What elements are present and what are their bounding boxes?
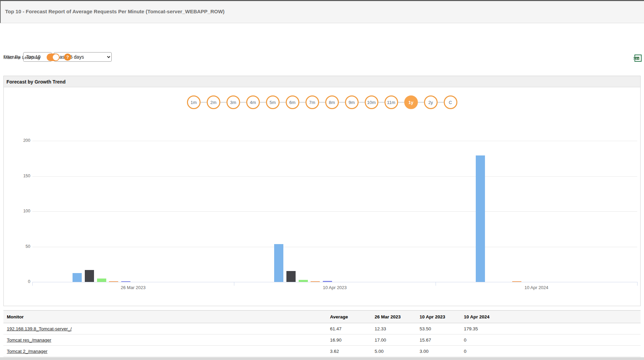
- machine-learning-label: Machine Learning: [3, 55, 40, 60]
- monitor-link[interactable]: Tomcat res_/manager: [7, 338, 51, 343]
- value-cell: 3.62: [327, 346, 371, 357]
- bar-192.168.139.8_Tomcat-server_/-10 Apr 2024[interactable]: [476, 155, 485, 282]
- table-column-header: Average: [327, 311, 371, 323]
- growth-trend-chart: 05010015020026 Mar 202310 Apr 202310 Apr…: [4, 76, 640, 306]
- x-axis-category-label: 26 Mar 2023: [106, 285, 160, 290]
- table-row: 192.168.139.8_Tomcat-server_/61.4712.335…: [3, 323, 641, 334]
- y-axis-label-150: 150: [15, 174, 30, 178]
- value-cell: 15.67: [416, 334, 460, 346]
- table-column-header: 26 Mar 2023: [371, 311, 416, 323]
- value-cell: 179.35: [460, 323, 641, 334]
- csv-export-icon[interactable]: CSV: [633, 55, 642, 62]
- horizontal-scrollbar[interactable]: [0, 357, 644, 360]
- x-axis-tick-0: [32, 282, 33, 286]
- value-cell: 53.50: [416, 323, 460, 334]
- table-column-header: 10 Apr 2024: [460, 311, 641, 323]
- x-axis-tick-1: [234, 282, 234, 286]
- csv-badge-label: CSV: [633, 57, 640, 60]
- value-cell: 0: [460, 334, 641, 346]
- value-cell: 17.00: [371, 334, 416, 346]
- help-icon[interactable]: ?: [64, 54, 71, 61]
- y-gridline-200: [32, 141, 637, 141]
- forecast-panel: Forecast by Growth Trend 1m2m3m4m5m6m7m8…: [3, 76, 641, 306]
- bar-unknown-4-26 Mar 2023[interactable]: [109, 281, 118, 282]
- bar-192.168.139.8_Tomcat-server_/-10 Apr 2023[interactable]: [274, 244, 283, 282]
- value-cell: 61.47: [327, 323, 371, 334]
- x-axis-category-label: 10 Apr 2023: [308, 285, 362, 290]
- x-axis-tick-2: [436, 282, 436, 286]
- report-header: Top 10 - Forecast Report of Average Requ…: [0, 1, 644, 23]
- page-title: Top 10 - Forecast Report of Average Requ…: [5, 9, 224, 14]
- bar-unknown-4-10 Apr 2024[interactable]: [512, 281, 521, 282]
- table-row: Tomcat res_/manager16.9017.0015.670: [3, 334, 641, 346]
- x-axis-tick-3: [637, 282, 638, 286]
- bar-Tomcat 2_/manager-26 Mar 2023[interactable]: [97, 279, 106, 282]
- table-column-header: Monitor: [3, 311, 327, 323]
- monitor-link[interactable]: Tomcat 2_/manager: [7, 349, 47, 354]
- bar-Tomcat 2_/manager-10 Apr 2023[interactable]: [299, 280, 308, 282]
- value-cell: 5.00: [371, 346, 416, 357]
- table-column-header: 10 Apr 2023: [416, 311, 460, 323]
- bar-192.168.139.8_Tomcat-server_/-26 Mar 2023[interactable]: [73, 273, 82, 282]
- forecast-table: MonitorAverage26 Mar 202310 Apr 202310 A…: [3, 310, 641, 357]
- bar-Tomcat res_/manager-26 Mar 2023[interactable]: [85, 270, 94, 282]
- monitor-cell: Tomcat res_/manager: [3, 334, 327, 346]
- y-axis-label-50: 50: [15, 244, 30, 249]
- page: Top 10 - Forecast Report of Average Requ…: [0, 0, 644, 360]
- y-axis-label-0: 0: [15, 279, 30, 284]
- table-body: 192.168.139.8_Tomcat-server_/61.4712.335…: [3, 323, 641, 357]
- y-axis-label-200: 200: [15, 138, 30, 143]
- y-gridline-100: [32, 211, 637, 212]
- bar-unknown-4-10 Apr 2023[interactable]: [311, 281, 320, 282]
- y-gridline-50: [32, 247, 637, 247]
- machine-learning-toggle[interactable]: [47, 54, 60, 61]
- value-cell: 12.33: [371, 323, 416, 334]
- y-axis-label-100: 100: [15, 209, 30, 213]
- table-row: Tomcat 2_/manager3.625.003.000: [3, 346, 641, 357]
- bar-unknown-5-26 Mar 2023[interactable]: [121, 281, 130, 282]
- monitor-cell: 192.168.139.8_Tomcat-server_/: [3, 323, 327, 334]
- machine-learning-row: Machine Learning ?: [0, 52, 204, 63]
- monitor-link[interactable]: 192.168.139.8_Tomcat-server_/: [7, 326, 72, 331]
- toggle-knob: [53, 54, 59, 60]
- filter-bar: Filter By Top 10 Last 15 days CSV: [0, 23, 644, 44]
- bar-Tomcat res_/manager-10 Apr 2023[interactable]: [286, 271, 296, 282]
- value-cell: 3.00: [416, 346, 460, 357]
- value-cell: 16.90: [327, 334, 371, 346]
- monitor-cell: Tomcat 2_/manager: [3, 346, 327, 357]
- y-gridline-150: [32, 176, 637, 177]
- table-header-row: MonitorAverage26 Mar 202310 Apr 202310 A…: [3, 311, 641, 323]
- x-axis-category-label: 10 Apr 2024: [509, 285, 564, 290]
- value-cell: 0: [460, 346, 641, 357]
- bar-unknown-5-10 Apr 2023[interactable]: [323, 281, 332, 282]
- x-axis-line: [32, 282, 637, 282]
